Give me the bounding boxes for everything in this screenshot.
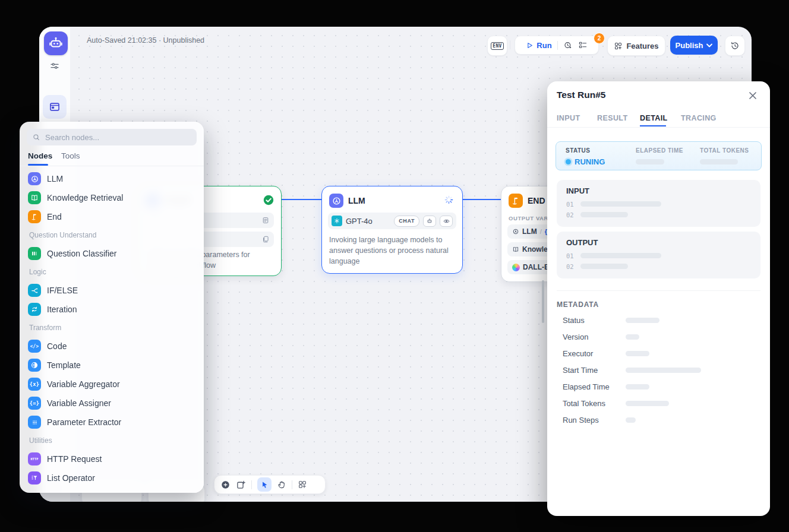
node-item-question-classifier[interactable]: Question Classifier: [28, 245, 195, 262]
organize-icon: [298, 480, 307, 489]
publish-button[interactable]: Publish: [670, 36, 718, 55]
window-panel-icon[interactable]: [43, 95, 67, 119]
tab-input[interactable]: INPUT: [557, 114, 580, 122]
llm-icon: [329, 194, 343, 208]
search-input[interactable]: [44, 132, 191, 142]
node-item-iteration[interactable]: Iteration: [28, 300, 195, 318]
divider: [251, 480, 252, 489]
input-placeholder: [580, 212, 628, 217]
node-item-template[interactable]: Template: [28, 356, 195, 374]
timer-icon[interactable]: [563, 40, 573, 50]
success-check-icon: [263, 195, 274, 205]
metadata-label-run-steps: Run Steps: [563, 416, 599, 425]
vision-eye-icon: [440, 216, 453, 227]
robot-badge-icon: [423, 216, 436, 227]
node-item-end[interactable]: End: [28, 208, 195, 226]
loading-spinner-icon: [444, 195, 454, 205]
divider: [557, 290, 760, 291]
add-node-button[interactable]: [220, 480, 231, 490]
variable-assigner-icon: {=}: [28, 397, 41, 410]
total-tokens-label: TOTAL TOKENS: [700, 147, 749, 154]
features-button[interactable]: Features: [607, 36, 665, 56]
node-item-http-request[interactable]: HTTP HTTP Request: [28, 450, 195, 468]
section-logic: Logic: [29, 268, 46, 276]
active-tab-underline: [640, 125, 666, 126]
output-placeholder: [580, 264, 628, 269]
hand-icon: [277, 480, 286, 489]
canvas-toolbar: [214, 475, 326, 494]
metadata-label-executor: Executor: [563, 349, 593, 358]
line-number: 01: [566, 252, 574, 259]
end-var-name: LLM: [522, 227, 537, 236]
metadata-label-elapsed-time: Elapsed Time: [563, 382, 610, 391]
metadata-value-placeholder: [626, 384, 649, 390]
test-run-panel: Test Run#5 INPUT RESULT DETAIL TRACING S…: [547, 81, 770, 516]
input-card: INPUT 01 02: [557, 180, 760, 227]
checklist-icon[interactable]: [578, 40, 588, 50]
template-icon: [28, 359, 41, 372]
llm-node[interactable]: LLM GPT-4o CHAT: [321, 186, 463, 274]
edge-start-llm: [280, 199, 322, 200]
metadata-label-total-tokens: Total Tokens: [563, 399, 605, 408]
tab-nodes[interactable]: Nodes: [28, 151, 52, 160]
organize-layout-button[interactable]: [298, 480, 307, 489]
section-question-understand: Question Understand: [29, 231, 96, 239]
knowledge-icon: [28, 191, 41, 204]
divider: [292, 480, 292, 489]
iteration-icon: [28, 303, 41, 316]
node-item-knowledge-retrieval[interactable]: Knowledge Retrieval: [28, 189, 195, 207]
scrollbar-thumb[interactable]: [542, 280, 544, 323]
llm-node-description: Invoking large language models to answer…: [329, 235, 457, 267]
node-item-if-else[interactable]: IF/ELSE: [28, 281, 195, 299]
model-name: GPT-4o: [346, 217, 390, 226]
metadata-value-placeholder: [626, 334, 639, 340]
tab-tools[interactable]: Tools: [61, 151, 80, 160]
section-transform: Transform: [29, 324, 61, 332]
node-item-variable-assigner[interactable]: {=} Variable Assigner: [28, 394, 195, 412]
dalle-icon: [512, 264, 520, 271]
search-box[interactable]: [27, 129, 197, 145]
model-selector[interactable]: GPT-4o CHAT: [328, 213, 456, 229]
list-operator-icon: [28, 471, 41, 484]
node-item-llm[interactable]: LLM: [28, 170, 195, 188]
node-item-code[interactable]: </> Code: [28, 337, 195, 355]
add-note-button[interactable]: [236, 480, 246, 490]
tab-result[interactable]: RESULT: [597, 114, 627, 122]
metadata-value-placeholder: [626, 318, 659, 323]
output-card: OUTPUT 01 02: [557, 232, 760, 278]
output-placeholder: [580, 253, 661, 258]
divider: [20, 166, 204, 166]
metadata-value-placeholder: [626, 401, 669, 406]
metadata-title: METADATA: [557, 300, 599, 309]
node-item-variable-aggregator[interactable]: {x} Variable Aggregator: [28, 375, 195, 393]
llm-node-title: LLM: [348, 196, 365, 205]
node-search-panel: Nodes Tools LLM Knowledge Retrieval End …: [20, 122, 204, 493]
parameter-extractor-icon: [28, 416, 41, 429]
llm-icon: [28, 172, 41, 185]
history-button[interactable]: [725, 36, 745, 56]
close-icon[interactable]: [749, 92, 756, 99]
hand-tool-button[interactable]: [277, 480, 286, 489]
divider: [557, 41, 558, 50]
chevron-down-icon: [706, 43, 712, 48]
env-button[interactable]: ENV: [487, 36, 507, 56]
run-button[interactable]: Run: [526, 41, 551, 50]
tab-detail[interactable]: DETAIL: [640, 114, 668, 122]
end-node-title: END: [528, 196, 545, 205]
status-card: STATUS ELAPSED TIME TOTAL TOKENS RUNING: [556, 141, 762, 170]
robot-app-icon[interactable]: [44, 31, 68, 55]
sliders-icon[interactable]: [49, 61, 60, 71]
code-icon: </>: [28, 340, 41, 353]
node-item-parameter-extractor[interactable]: Parameter Extractor: [28, 413, 195, 431]
knowledge-mini-icon: [512, 246, 519, 253]
status-label: STATUS: [566, 147, 591, 154]
tab-tracing[interactable]: TRACING: [681, 114, 717, 122]
elapsed-time-placeholder: [636, 159, 664, 164]
autosave-status: Auto-Saved 21:02:35 · Unpublished: [87, 36, 204, 45]
input-title: INPUT: [566, 186, 589, 195]
end-flag-icon: [28, 210, 41, 223]
node-item-list-operator[interactable]: List Operator: [28, 469, 195, 487]
pointer-tool-button[interactable]: [257, 477, 272, 492]
history-icon: [730, 41, 740, 50]
workflow-editor-screen: START Define the initial parameters for …: [0, 0, 789, 532]
